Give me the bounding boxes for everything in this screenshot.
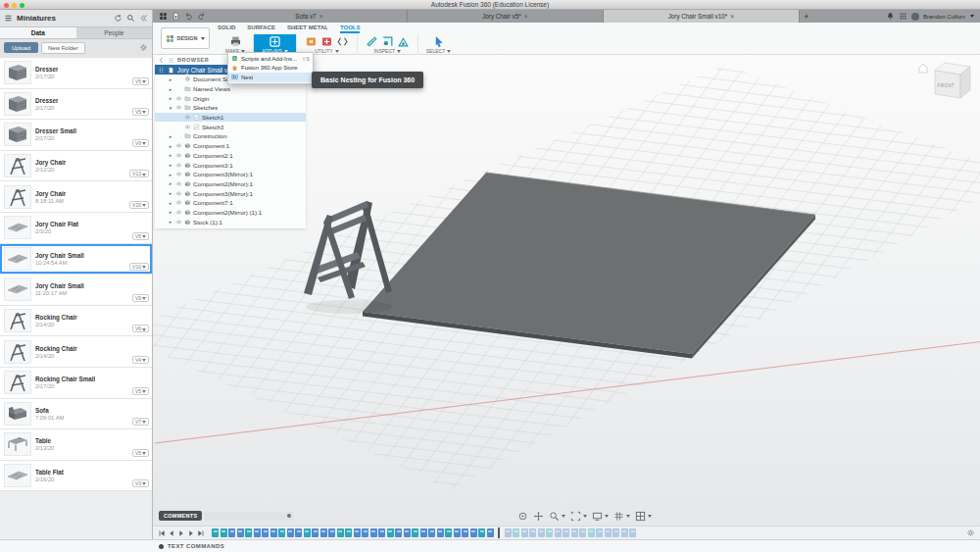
tab-close-icon[interactable]: × <box>319 13 323 20</box>
zoom-window-icon[interactable] <box>549 511 565 522</box>
viewcube[interactable]: FRONT <box>919 63 970 98</box>
search-icon[interactable] <box>126 14 135 23</box>
timeline-feature-icon[interactable] <box>470 528 477 537</box>
menu-item-scripts-and-add-ins-[interactable]: Scripts and Add-Ins...⇧S <box>228 54 313 64</box>
ribbon-group-select[interactable]: SELECT <box>417 34 459 55</box>
timeline-sketch-icon[interactable] <box>588 528 595 537</box>
version-badge[interactable]: V10 <box>129 263 149 271</box>
minimize-window-button[interactable] <box>12 3 17 8</box>
section-icon[interactable] <box>381 35 394 48</box>
step-back-icon[interactable] <box>168 529 175 537</box>
skip-start-icon[interactable] <box>158 529 166 537</box>
timeline-sketch-icon[interactable] <box>304 528 311 537</box>
timeline-feature-icon[interactable] <box>428 528 435 537</box>
project-item[interactable]: Dresser Small2/17/20V9 <box>0 120 152 151</box>
version-badge[interactable]: V13 <box>129 170 149 177</box>
chevron-right-icon[interactable]: ▸ <box>168 219 173 225</box>
chevron-right-icon[interactable]: ▸ <box>168 152 173 158</box>
text-commands-icon[interactable] <box>159 544 164 549</box>
browser-node[interactable]: ▸Named Views <box>155 84 306 94</box>
new-tab-button[interactable]: + <box>800 10 813 23</box>
timeline-sketch-icon[interactable] <box>278 528 285 537</box>
timeline-position-marker[interactable] <box>498 527 500 538</box>
addins-icon[interactable] <box>269 35 281 48</box>
timeline-feature-icon[interactable] <box>487 528 494 537</box>
eye-icon[interactable] <box>184 114 191 121</box>
multiple-views-icon[interactable] <box>635 511 652 522</box>
timeline-feature-icon[interactable] <box>254 528 261 537</box>
version-badge[interactable]: V4 <box>132 356 149 364</box>
version-badge[interactable]: V7 <box>132 418 149 426</box>
version-badge[interactable]: V20 <box>129 201 149 209</box>
timeline-sketch-icon[interactable] <box>478 528 485 537</box>
browser-node[interactable]: Sketch3 <box>155 122 306 131</box>
browser-node[interactable]: ▸Component3(Mirror):1 <box>155 170 306 179</box>
eye-icon[interactable] <box>175 190 182 197</box>
health-icon[interactable] <box>320 35 333 48</box>
project-item[interactable]: Rocking Chair Small2/17/20V5 <box>0 368 152 399</box>
fit-icon[interactable] <box>570 511 587 522</box>
probe-icon[interactable] <box>397 35 410 48</box>
ribbon-tab-tools[interactable]: TOOLS <box>340 23 361 33</box>
refresh-icon[interactable] <box>114 14 122 23</box>
timeline-sketch-icon[interactable] <box>546 528 553 537</box>
show-data-panel-icon[interactable] <box>159 12 168 21</box>
version-badge[interactable]: V5 <box>132 449 149 457</box>
new-design-icon[interactable] <box>172 12 180 21</box>
chevron-right-icon[interactable]: ▸ <box>168 162 173 168</box>
timeline-feature-icon[interactable] <box>612 528 619 537</box>
timeline-feature-icon[interactable] <box>370 528 377 537</box>
timeline-sketch-icon[interactable] <box>212 528 219 537</box>
timeline-feature-icon[interactable] <box>529 528 536 537</box>
close-window-button[interactable] <box>4 3 9 8</box>
browser-node[interactable]: ▸Component:1 <box>155 141 306 151</box>
project-item[interactable]: Table Flat2/16/20V3 <box>0 461 152 492</box>
version-badge[interactable]: V9 <box>132 294 149 302</box>
timeline-feature-icon[interactable] <box>328 528 335 537</box>
timeline-feature-icon[interactable] <box>454 528 461 537</box>
ribbon-group-inspect[interactable]: INSPECT <box>357 34 417 55</box>
version-badge[interactable]: V5 <box>132 77 149 85</box>
menu-item-fusion-360-app-store[interactable]: Fusion 360 App Store <box>228 64 313 74</box>
eye-icon[interactable] <box>175 171 182 177</box>
timeline-sketch-icon[interactable] <box>445 528 452 537</box>
browser-node[interactable]: Sketch1 <box>155 113 306 123</box>
timeline-settings-icon[interactable] <box>966 528 975 537</box>
timeline-feature-icon[interactable] <box>538 528 545 537</box>
skip-end-icon[interactable] <box>197 529 205 537</box>
chevron-right-icon[interactable]: ▸ <box>168 209 173 215</box>
timeline-feature-icon[interactable] <box>354 528 361 537</box>
project-item[interactable]: Rocking Chair2/14/20V4 <box>0 336 152 368</box>
play-icon[interactable] <box>177 529 185 537</box>
workspace-selector[interactable]: DESIGN <box>161 27 210 49</box>
chevron-right-icon[interactable]: ▸ <box>168 200 173 206</box>
timeline-feature-icon[interactable] <box>320 528 327 537</box>
version-badge[interactable]: V9 <box>132 139 149 147</box>
timeline-feature-icon[interactable] <box>437 528 444 537</box>
eye-icon[interactable] <box>175 152 182 159</box>
browser-node[interactable]: ▸Component2(Mirror):1 <box>155 179 306 189</box>
timeline-feature-icon[interactable] <box>521 528 528 537</box>
tab-data[interactable]: Data <box>0 27 76 38</box>
eye-icon[interactable] <box>175 104 182 111</box>
stock-sheet[interactable] <box>363 173 815 359</box>
chevron-down-icon[interactable]: ▾ <box>168 105 173 111</box>
comments-toggle[interactable]: COMMENTS <box>159 511 202 521</box>
params-icon[interactable] <box>305 35 318 48</box>
timeline-sketch-icon[interactable] <box>345 528 352 537</box>
timeline-feature-icon[interactable] <box>579 528 586 537</box>
browser-node[interactable]: ▸Component3(Mirror):1 <box>155 188 306 198</box>
browser-node[interactable]: ▸Construction <box>155 131 306 141</box>
timeline-feature-icon[interactable] <box>287 528 294 537</box>
document-tab[interactable]: Sofa v7× <box>212 10 408 23</box>
timeline-feature-icon[interactable] <box>378 528 385 537</box>
pan-icon[interactable] <box>533 511 544 522</box>
timeline-feature-icon[interactable] <box>228 528 235 537</box>
eye-icon[interactable] <box>175 209 182 216</box>
chevron-right-icon[interactable]: ▸ <box>168 76 173 82</box>
collapse-panel-icon[interactable] <box>139 14 148 23</box>
eye-icon[interactable] <box>175 219 182 226</box>
browser-node[interactable]: ▸Component7:1 <box>155 198 306 208</box>
timeline-feature-icon[interactable] <box>420 528 427 537</box>
eye-icon[interactable] <box>175 162 182 169</box>
